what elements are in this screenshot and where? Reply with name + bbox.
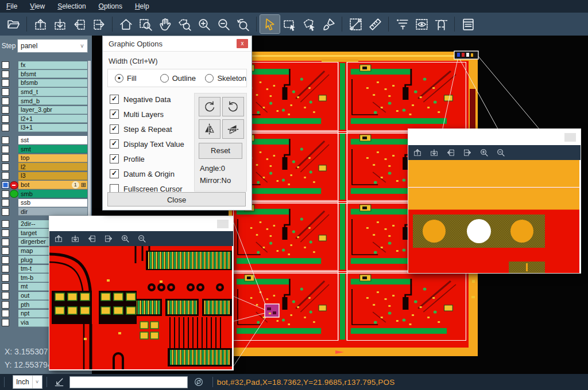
checkbox-display-text-value[interactable]: ✓Display Text Value xyxy=(110,136,184,151)
radio-fill[interactable]: ●Fill xyxy=(115,74,153,83)
rotate-cw-button[interactable] xyxy=(199,97,220,116)
layer-visibility-checkbox[interactable] xyxy=(2,79,9,87)
select-polygon-button[interactable] xyxy=(299,15,319,33)
reset-button[interactable]: Reset xyxy=(199,143,242,159)
layer-visibility-checkbox[interactable] xyxy=(2,98,9,105)
refresh-icon[interactable] xyxy=(194,377,204,387)
layer-visibility-checkbox[interactable] xyxy=(2,146,9,153)
pan-right-button[interactable] xyxy=(89,15,109,33)
layer-visibility-checkbox[interactable] xyxy=(2,239,9,246)
layer-name[interactable]: smd_b xyxy=(18,97,87,105)
layer-visibility-checkbox[interactable] xyxy=(2,71,9,78)
pan-down-button[interactable] xyxy=(50,15,69,33)
pan-hand-button[interactable] xyxy=(155,15,175,33)
layer-visibility-checkbox[interactable] xyxy=(2,124,9,131)
pan-right-icon[interactable] xyxy=(463,148,472,157)
layer-name[interactable]: fx xyxy=(18,61,87,69)
layer-name[interactable]: dir xyxy=(18,208,87,216)
layer-name[interactable]: l2+1 xyxy=(18,115,87,123)
step-select[interactable]: panel ˅ xyxy=(17,39,88,53)
zoom-out-icon[interactable] xyxy=(137,234,146,243)
checkbox-profile[interactable]: ✓Profile xyxy=(110,151,184,166)
layer-visibility-checkbox[interactable] xyxy=(2,199,9,206)
menu-help[interactable]: Help xyxy=(129,0,156,13)
open-file-button[interactable] xyxy=(3,15,23,33)
zoom-out-button[interactable] xyxy=(214,15,233,33)
snap-button[interactable] xyxy=(431,15,451,33)
zoom-preview-canvas[interactable] xyxy=(49,246,233,369)
pan-up-icon[interactable] xyxy=(413,148,422,157)
radio-skeleton[interactable]: Skeleton xyxy=(205,74,246,83)
layer-visibility-checkbox[interactable] xyxy=(2,247,9,255)
ruler-button[interactable] xyxy=(365,15,385,33)
layer-name[interactable]: bfsmb xyxy=(18,79,87,87)
grid-icon[interactable]: ⊞ xyxy=(81,182,86,188)
unit-select[interactable]: Inch ˅ xyxy=(13,375,42,389)
zoom-out-icon[interactable] xyxy=(496,148,505,157)
dialog-title-bar[interactable]: Graphic Options x xyxy=(103,36,252,52)
layer-visibility-checkbox[interactable] xyxy=(2,283,9,291)
view-region-button[interactable] xyxy=(412,15,431,33)
layer-name[interactable]: smt xyxy=(18,145,87,153)
close-icon[interactable]: x xyxy=(237,39,248,48)
zoom-previous-button[interactable] xyxy=(233,15,253,33)
checkbox-step-repeat[interactable]: ✓Step & Repeat xyxy=(110,122,184,136)
pan-left-icon[interactable] xyxy=(446,148,455,157)
layer-name[interactable]: sst xyxy=(18,136,87,144)
layer-name[interactable]: bfsmt xyxy=(18,70,87,78)
select-rectangle-button[interactable] xyxy=(280,15,299,33)
pan-left-button[interactable] xyxy=(69,15,89,33)
layer-visibility-checkbox[interactable] xyxy=(2,61,9,69)
layer-name[interactable]: top xyxy=(18,154,87,162)
layer-visibility-checkbox[interactable] xyxy=(2,256,9,264)
zoom-source-box-top-right[interactable] xyxy=(454,51,478,59)
pan-left-icon[interactable] xyxy=(87,234,96,243)
zoom-source-box-center[interactable] xyxy=(265,304,279,317)
layer-name[interactable]: l2 xyxy=(18,163,87,171)
layer-name[interactable]: ssb xyxy=(18,199,87,207)
layer-visibility-checkbox[interactable] xyxy=(2,181,9,189)
rotate-ccw-button[interactable] xyxy=(222,97,244,116)
zoom-in-icon[interactable] xyxy=(479,148,489,157)
layer-visibility-checkbox[interactable] xyxy=(2,310,9,317)
menu-file[interactable]: File xyxy=(0,0,24,13)
pan-down-icon[interactable] xyxy=(71,234,80,243)
layer-visibility-checkbox[interactable] xyxy=(2,292,9,299)
zoom-preview-canvas[interactable] xyxy=(408,160,581,273)
select-pointer-button[interactable] xyxy=(260,15,280,33)
mirror-horizontal-button[interactable] xyxy=(199,119,220,139)
layer-visibility-checkbox[interactable] xyxy=(2,190,9,198)
command-input[interactable] xyxy=(69,376,188,388)
layer-visibility-checkbox[interactable] xyxy=(2,115,9,123)
pan-up-button[interactable] xyxy=(30,15,50,33)
zoom-object-button[interactable] xyxy=(175,15,194,33)
layer-visibility-checkbox[interactable] xyxy=(2,163,9,171)
layer-visibility-checkbox[interactable] xyxy=(2,172,9,180)
brush-button[interactable] xyxy=(319,15,338,33)
menu-view[interactable]: View xyxy=(24,0,51,13)
zoom-window-button[interactable] xyxy=(136,15,155,33)
popup-window-button[interactable] xyxy=(564,133,576,142)
menu-options[interactable]: Options xyxy=(92,0,129,13)
zoom-in-button[interactable] xyxy=(194,15,214,33)
layer-name[interactable]: l3+1 xyxy=(18,124,87,132)
layer-visibility-checkbox[interactable] xyxy=(2,301,9,309)
filter-button[interactable] xyxy=(392,15,412,33)
snap-mode-icon[interactable] xyxy=(53,376,65,388)
mirror-vertical-button[interactable] xyxy=(222,119,244,139)
zoom-in-icon[interactable] xyxy=(121,234,130,243)
popup-window-button[interactable] xyxy=(217,220,229,228)
pan-right-icon[interactable] xyxy=(104,234,113,243)
layer-visibility-checkbox[interactable] xyxy=(2,88,9,96)
layer-visibility-checkbox[interactable] xyxy=(2,274,9,282)
checkbox-datum-origin[interactable]: ✓Datum & Origin xyxy=(110,166,184,181)
layer-visibility-checkbox[interactable] xyxy=(2,136,9,144)
home-view-button[interactable] xyxy=(116,15,136,33)
layer-visibility-checkbox[interactable] xyxy=(2,265,9,272)
measure-button[interactable] xyxy=(346,15,365,33)
pan-down-icon[interactable] xyxy=(430,148,439,157)
layer-name[interactable]: layer_3.gbr xyxy=(18,106,87,114)
pan-up-icon[interactable] xyxy=(54,234,63,243)
close-button[interactable]: Close xyxy=(107,192,246,206)
layer-visibility-checkbox[interactable] xyxy=(2,220,9,228)
